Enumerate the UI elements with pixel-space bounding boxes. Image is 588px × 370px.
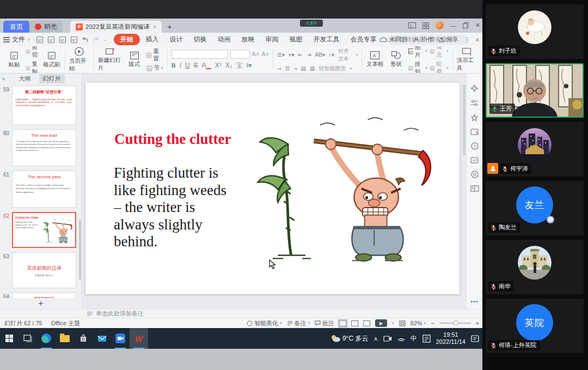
tray-video-icon[interactable] — [383, 336, 392, 342]
subscript-button[interactable]: X₂ — [225, 62, 232, 69]
start-button[interactable] — [0, 328, 19, 349]
task-window-icon[interactable] — [470, 129, 479, 135]
tab-outline[interactable]: 大纲 — [15, 74, 35, 83]
menu-start[interactable]: 开始 — [114, 34, 140, 45]
distribute-button[interactable]: ▥ — [310, 65, 315, 71]
menu-transition[interactable]: 切换 — [189, 34, 212, 45]
menu-view[interactable]: 视图 — [285, 34, 308, 45]
close-button[interactable]: ✕ — [475, 22, 480, 29]
preview-icon[interactable] — [70, 36, 78, 44]
tab-home[interactable]: 首页 — [3, 21, 29, 33]
slideshow-play-button[interactable]: ▶ — [375, 319, 387, 327]
indent-increase-button[interactable]: ⇥ — [307, 52, 311, 58]
line-spacing-button[interactable]: ↕▾ — [329, 52, 334, 58]
section-button[interactable]: 节▾ — [146, 64, 163, 72]
picture-button[interactable]: 图片▾ — [408, 46, 427, 59]
minimize-button[interactable]: — — [450, 22, 456, 29]
new-slide-button[interactable]: 新建幻灯片 — [98, 47, 122, 72]
format-painter-button[interactable]: 格式刷 — [42, 51, 61, 69]
normal-view-button[interactable] — [339, 320, 346, 326]
slide-thumb-64[interactable]: 64 英语新闻汉译 — [0, 293, 82, 298]
menu-animation[interactable]: 动画 — [213, 34, 236, 45]
shapes-button[interactable]: 形状 — [387, 51, 406, 68]
menu-insert[interactable]: 插入 — [141, 34, 164, 45]
arrange-button[interactable]: 排列▾ — [408, 60, 427, 74]
theme-name[interactable]: Office 主题 — [51, 319, 81, 327]
fill-button[interactable]: 填充▾ — [430, 46, 449, 59]
superscript-button[interactable]: X² — [215, 62, 222, 69]
export-icon[interactable] — [47, 36, 55, 44]
layout-mode-icon[interactable]: 1 — [408, 22, 416, 28]
slide-thumb-60[interactable]: 60 The new lead On October 26, the Minis… — [0, 129, 82, 166]
close-tab-icon[interactable]: × — [153, 23, 156, 30]
cut-button[interactable]: 剪切 — [26, 46, 40, 59]
align-center-button[interactable]: ☰ — [285, 65, 290, 71]
slide-thumb-59[interactable]: 59 第二段解释“证照分离” 从改革主体着手，一照准营先实现企业开办手续，再行分… — [0, 86, 82, 125]
undo-icon[interactable] — [82, 37, 89, 43]
animation-pane-icon[interactable] — [470, 114, 479, 122]
presentation-tools-button[interactable]: 演示工具 — [457, 48, 477, 72]
tab-docer[interactable]: 稻壳 — [29, 21, 63, 33]
taskbar-explorer-icon[interactable] — [56, 328, 74, 349]
restore-button[interactable] — [463, 22, 469, 28]
menu-review[interactable]: 审阅 — [261, 34, 284, 45]
slide-sorter-view-button[interactable] — [351, 320, 358, 326]
numbering-button[interactable]: ≡▾ — [289, 52, 295, 58]
menu-devtools[interactable]: 开发工具 — [309, 34, 345, 45]
new-tab-button[interactable]: + — [167, 22, 172, 33]
char-spacing-button[interactable]: 宝 — [236, 61, 242, 70]
taskbar-mail-icon[interactable] — [93, 328, 111, 349]
export-panel-icon[interactable] — [470, 157, 479, 163]
file-menu[interactable]: 文件 ∨ — [3, 35, 30, 44]
user-avatar[interactable] — [436, 21, 444, 29]
fit-window-icon[interactable] — [399, 320, 406, 326]
menu-design[interactable]: 设计 — [165, 34, 188, 45]
help-icon[interactable]: ? — [471, 142, 479, 150]
smart-graphic-button[interactable]: 转智能图形 — [318, 65, 346, 72]
slide-thumb-62-selected[interactable]: 62 Cutting the clutter Fighting clutter … — [0, 212, 82, 248]
collaborate-button[interactable]: 协作 — [413, 35, 433, 44]
reading-view-button[interactable] — [363, 320, 370, 326]
slide-layout-button[interactable]: 版式 — [125, 52, 144, 68]
participant-tile-1[interactable]: 刘子欣 — [486, 4, 584, 59]
slide-title[interactable]: Cutting the clutter — [114, 131, 231, 148]
menu-member[interactable]: 会员专享 — [346, 34, 382, 45]
zoom-in-button[interactable]: + — [476, 320, 479, 326]
copy-button[interactable]: 复制 — [26, 60, 40, 74]
collapse-panel-icon[interactable]: « — [2, 76, 5, 82]
participant-tile-4[interactable]: 友兰 陶友兰 — [486, 181, 584, 235]
strikethrough-button[interactable]: S — [194, 62, 198, 69]
tray-network-icon[interactable] — [397, 336, 405, 342]
outline-button[interactable]: 轮廓▾ — [430, 60, 449, 74]
task-view-button[interactable] — [19, 328, 37, 349]
collapse-ribbon-icon[interactable]: ∧ — [475, 37, 479, 43]
beautify-icon[interactable] — [470, 84, 479, 93]
participant-tile-6[interactable]: 英院 何瑛-上外英院 — [486, 299, 584, 353]
align-right-button[interactable]: ⫣ — [293, 65, 297, 72]
ime-mode-icon[interactable] — [422, 335, 431, 343]
notes-bar[interactable]: 单击此处添加备注 — [82, 310, 482, 318]
participant-tile-3[interactable]: 何宇涛 — [486, 122, 584, 177]
smart-beautify-button[interactable]: 智能美化▾ — [247, 319, 282, 327]
add-slide-button[interactable]: + — [0, 298, 82, 309]
save-icon[interactable] — [36, 36, 44, 44]
screen-share-indicator[interactable]: 共享中 — [300, 20, 323, 27]
editor-scrollbar[interactable] — [463, 84, 465, 155]
strip-more-icon[interactable]: ••• — [470, 298, 479, 305]
notes-toggle-button[interactable]: 备注▾ — [287, 319, 310, 327]
tab-document[interactable]: P 2022复旦英语新闻编译讲座.pptx × — [70, 21, 162, 33]
taskbar-wps-icon[interactable]: W — [130, 328, 148, 349]
slide-thumb-61[interactable]: 61 The second para The notice, which is … — [0, 171, 82, 208]
indent-decrease-button[interactable]: ⇤ — [298, 52, 303, 58]
taskbar-meeting-icon[interactable] — [111, 328, 130, 349]
paste-button[interactable]: 粘贴 — [5, 51, 23, 69]
skin-settings-icon[interactable] — [471, 171, 479, 178]
redo-icon[interactable] — [93, 37, 100, 43]
font-family-select[interactable] — [171, 50, 228, 59]
workspace-grid-icon[interactable] — [422, 22, 429, 29]
taskbar-store-icon[interactable] — [74, 328, 93, 349]
slide-body-text[interactable]: Fighting clutter is like fighting weeds … — [114, 165, 235, 251]
font-color-button[interactable]: A▁ — [202, 62, 211, 69]
slide-cartoon-image[interactable] — [241, 117, 442, 265]
properties-icon[interactable] — [470, 100, 479, 107]
